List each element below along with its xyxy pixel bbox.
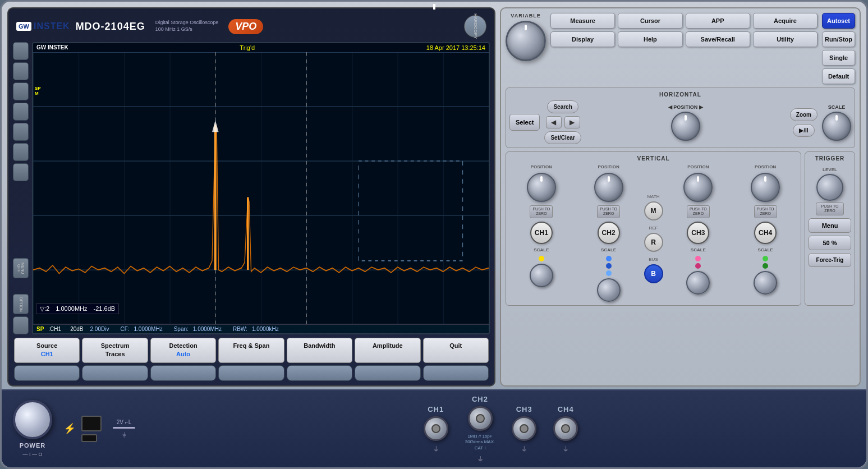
default-button[interactable]: Default [822,68,855,84]
saverecall-button[interactable]: Save/Recall [686,31,750,47]
v2-freq: 1.0000MHz [56,305,87,312]
trigger-menu-button[interactable]: Menu [809,218,851,233]
ch2-position-knob[interactable] [594,173,623,202]
ch4-dot-1 [763,256,768,261]
side-btn-1[interactable] [13,42,29,60]
ch1-col: POSITION PUSH TOZERO CH1 SCALE [509,164,573,302]
side-btn-7[interactable] [13,163,29,181]
source-button[interactable]: Source CH1 [14,338,80,363]
side-btn-bottom[interactable] [13,316,29,334]
ch3-connector-group: CH3 ⏚ [512,405,536,453]
screen-container: MENU OFF OPTION GW INSTEK Trig'd 18 Apr … [13,42,490,334]
ch2-ground: ⏚ [478,454,483,463]
detection-button[interactable]: Detection Auto [150,338,216,363]
utility-button[interactable]: Utility [753,31,818,47]
ch3-push-zero[interactable]: PUSH TOZERO [687,205,710,218]
traces-label: Traces [85,350,145,358]
side-btn-5[interactable] [13,123,29,141]
ch3-col: POSITION PUSH TOZERO CH3 SCALE [667,164,731,302]
single-button[interactable]: Single [822,50,855,66]
bottom-btn-1[interactable] [14,365,80,381]
side-btn-4[interactable] [13,103,29,121]
side-btn-6[interactable] [13,143,29,161]
h-scale-knob[interactable] [822,112,851,141]
bus-button[interactable]: B [644,264,663,283]
bottom-btn-3[interactable] [150,365,216,381]
app-button[interactable]: APP [686,13,750,29]
measure-button[interactable]: Measure [550,13,615,29]
autoset-button[interactable]: Autoset [822,13,855,29]
bottom-btn-7[interactable] [423,365,489,381]
ch3-position-knob[interactable] [683,173,713,202]
trigger-push-zero[interactable]: PUSH TOZERO [816,203,844,215]
screen-status-bar: SP :CH1 20dB 2.00Div CF: 1.0000MHz Span:… [33,324,489,333]
ch4-scale-label: SCALE [758,247,773,252]
power-label: POWER [20,442,46,449]
h-scale-label: SCALE [828,104,846,110]
freq-span-button[interactable]: Freq & Span [218,338,284,363]
ch3-pos-indicator [697,176,699,182]
display-button[interactable]: Display [550,31,615,47]
search-button[interactable]: Search [547,100,578,113]
bottom-btn-5[interactable] [287,365,352,381]
amplitude-button[interactable]: Amplitude [355,338,420,363]
spectrum-traces-button[interactable]: Spectrum Traces [82,338,148,363]
ch3-scale-knob[interactable] [686,271,710,295]
rbw-label: RBW: [233,326,247,332]
quit-button[interactable]: Quit [423,338,489,363]
menu-off-button[interactable]: MENU OFF [13,258,29,278]
trigger-level-knob[interactable] [816,174,843,201]
runstop-button[interactable]: Run/Stop [822,31,855,47]
side-btn-3[interactable] [13,82,29,100]
playpause-button[interactable]: ▶/II [793,124,814,137]
variable-knob[interactable] [506,21,546,61]
select-button[interactable]: Select [509,114,540,131]
trigger-percent-button[interactable]: 50 % [809,236,851,250]
ch2-push-zero[interactable]: PUSH TOZERO [597,205,620,218]
button-grid-bottom: Display Help Save/Recall Utility [550,31,818,47]
ch4-position-knob[interactable] [751,173,780,202]
ch1-position-knob[interactable] [527,173,556,202]
ch4-push-zero[interactable]: PUSH TOZERO [754,205,777,218]
left-arrow-button[interactable]: ◀ [546,116,562,128]
hardcopy-button[interactable]: HARDCOPY [464,15,486,38]
variable-label: VARIABLE [511,13,540,19]
zoom-button[interactable]: Zoom [790,108,818,121]
math-button[interactable]: M [644,201,663,220]
source-sub: CH1 [17,350,77,358]
ch1-button[interactable]: CH1 [530,222,553,244]
help-button[interactable]: Help [618,31,682,47]
ch2-scale-knob[interactable] [597,278,621,302]
ch4-scale-knob[interactable] [754,271,777,295]
ch2-scale-label: SCALE [601,247,616,252]
ch2-col: POSITION PUSH TOZERO CH2 SCALE [577,164,641,302]
span-val: 1.0000MHz [193,326,222,332]
side-btn-2[interactable] [13,62,29,80]
vertical-title: VERTICAL [509,155,797,162]
bandwidth-button[interactable]: Bandwidth [287,338,352,363]
cursor-button[interactable]: Cursor [618,13,682,29]
bottom-btn-2[interactable] [82,365,148,381]
option-button[interactable]: OPTION [13,294,29,314]
h-scale-section: SCALE [822,104,851,141]
ch3-button[interactable]: CH3 [687,222,709,244]
bottom-btn-6[interactable] [355,365,420,381]
right-arrow-button[interactable]: ▶ [564,116,580,128]
setclear-button[interactable]: Set/Clear [544,131,581,144]
ch1-scale-knob[interactable] [530,264,553,287]
ch1-pos-label: POSITION [531,164,552,169]
gw-logo-box: GW [16,22,31,31]
ref-button[interactable]: R [644,233,663,252]
h-position-knob[interactable] [671,112,700,141]
ch1-push-zero[interactable]: PUSH TOZERO [530,205,553,218]
horizontal-section: HORIZONTAL Select Search ◀ ▶ Set/Clear ◀… [506,88,855,148]
ch2-button[interactable]: CH2 [598,222,620,244]
force-trig-button[interactable]: Force-Trig [809,253,851,267]
power-button[interactable] [13,400,52,439]
ch4-button[interactable]: CH4 [754,222,777,244]
vpo-badge: VPO [228,19,263,34]
probe-indicator: 2V ⌐L ⏚ [113,419,135,438]
bottom-btn-4[interactable] [218,365,284,381]
acquire-button[interactable]: Acquire [753,13,818,29]
scale-val: 20dB [70,326,83,332]
